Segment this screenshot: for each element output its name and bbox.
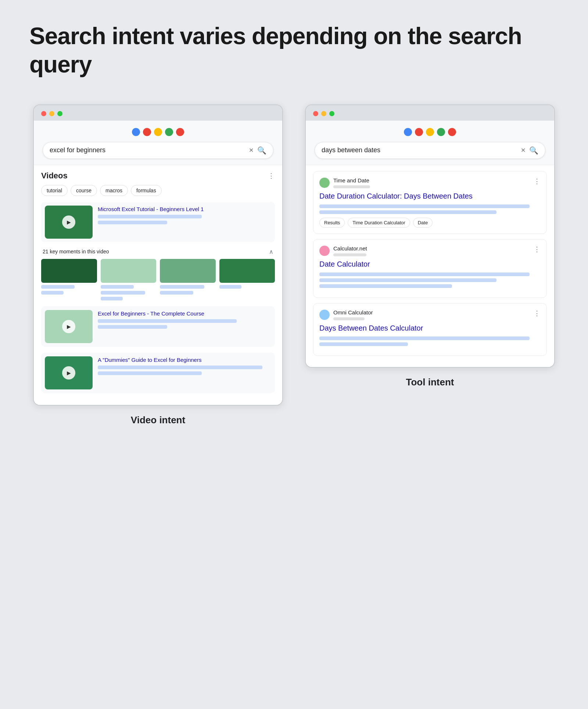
result-dots-menu-1[interactable]: ⋮: [534, 177, 541, 185]
left-dot-red: [41, 111, 46, 116]
right-gdot-red: [415, 128, 423, 136]
tag-course[interactable]: course: [71, 185, 97, 196]
page-title: Search intent varies depending on the se…: [29, 22, 559, 79]
source-line-2: [333, 253, 366, 256]
desc-line-3b: [319, 342, 408, 346]
result-source-3: Omni Calculator: [319, 309, 373, 320]
source-icon-2: [319, 246, 330, 256]
result-tag-date[interactable]: Date: [413, 218, 433, 228]
tag-formulas[interactable]: formulas: [131, 185, 162, 196]
moment-label-4: [219, 285, 242, 289]
right-gdot-yellow: [426, 128, 434, 136]
play-btn-1[interactable]: ▶: [62, 215, 75, 229]
source-name-1: Time and Date: [333, 177, 369, 184]
moment-card-4: [219, 259, 275, 300]
play-btn-3[interactable]: ▶: [62, 366, 75, 380]
result-title-2[interactable]: Date Calculator: [319, 259, 541, 269]
tag-macros[interactable]: macros: [100, 185, 128, 196]
moment-card-2: [101, 259, 157, 300]
left-dot-green: [57, 111, 62, 116]
play-icon-1: ▶: [67, 219, 71, 225]
left-close-icon[interactable]: ✕: [249, 147, 254, 154]
key-moments-text: 21 key moments in this video: [43, 249, 109, 254]
moment-label-2c: [101, 297, 123, 300]
moment-label-1b: [41, 291, 64, 295]
left-google-header: excel for beginners ✕ 🔍: [34, 121, 282, 165]
videos-section-header: Videos ⋮: [41, 171, 275, 181]
left-dot-yellow: [49, 111, 54, 116]
left-search-icon[interactable]: 🔍: [257, 146, 266, 155]
video-title-2[interactable]: Excel for Beginners - The Complete Cours…: [98, 310, 271, 317]
video-info-3: A "Dummies" Guide to Excel for Beginners: [98, 356, 271, 389]
left-browser-wrapper: excel for beginners ✕ 🔍 Videos ⋮ tutoria…: [33, 104, 283, 426]
desc-line-1b: [319, 210, 496, 214]
right-browser-window: days between dates ✕ 🔍 Time and Date: [305, 104, 555, 368]
video-thumb-2: ▶: [45, 310, 93, 343]
moment-card-3: [160, 259, 216, 300]
result-tag-results[interactable]: Results: [319, 218, 345, 228]
left-search-bar[interactable]: excel for beginners ✕ 🔍: [43, 142, 273, 159]
result-card-1: Time and Date ⋮ Date Duration Calculator…: [313, 171, 547, 234]
right-gdot-red2: [448, 128, 456, 136]
left-results-area: Videos ⋮ tutorial course macros formulas…: [34, 165, 282, 405]
desc-line-2a: [319, 272, 530, 276]
right-gdot-blue: [404, 128, 412, 136]
left-google-dots: [132, 128, 184, 136]
video-title-1[interactable]: Microsoft Excel Tutorial - Beginners Lev…: [98, 206, 271, 213]
result-desc-2: [319, 272, 541, 288]
result-title-3[interactable]: Days Between Dates Calculator: [319, 323, 541, 333]
left-browser-window: excel for beginners ✕ 🔍 Videos ⋮ tutoria…: [33, 104, 283, 406]
browsers-container: excel for beginners ✕ 🔍 Videos ⋮ tutoria…: [29, 104, 559, 426]
moment-thumb-1: [41, 259, 97, 283]
moment-label-2b: [101, 291, 145, 295]
moment-thumb-3: [160, 259, 216, 283]
video-item-3: ▶ A "Dummies" Guide to Excel for Beginne…: [41, 353, 275, 393]
result-header-3: Omni Calculator ⋮: [319, 309, 541, 320]
source-line-3: [333, 317, 365, 320]
right-google-header: days between dates ✕ 🔍: [306, 121, 554, 165]
source-name-2: Calculator.net: [333, 245, 367, 252]
right-search-icon[interactable]: 🔍: [529, 146, 538, 155]
result-dots-menu-3[interactable]: ⋮: [534, 309, 541, 317]
result-dots-menu-2[interactable]: ⋮: [534, 245, 541, 253]
video-title-3[interactable]: A "Dummies" Guide to Excel for Beginners: [98, 356, 271, 364]
chevron-up-icon[interactable]: ∧: [269, 248, 273, 255]
right-search-text: days between dates: [322, 146, 517, 154]
result-tags-1: Results Time Duration Calculator Date: [319, 218, 541, 228]
right-google-dots: [404, 128, 456, 136]
play-btn-2[interactable]: ▶: [62, 320, 75, 333]
right-search-bar[interactable]: days between dates ✕ 🔍: [315, 142, 545, 159]
gdot-red2: [176, 128, 184, 136]
right-close-icon[interactable]: ✕: [521, 147, 526, 154]
moment-label-3b: [160, 291, 193, 295]
right-dot-red: [313, 111, 318, 116]
moment-thumb-4: [219, 259, 275, 283]
moment-card-1: [41, 259, 97, 300]
left-intent-label: Video intent: [131, 414, 185, 426]
key-moments-header: 21 key moments in this video ∧: [41, 248, 275, 255]
video-item-1: ▶ Microsoft Excel Tutorial - Beginners L…: [41, 202, 275, 242]
result-title-1[interactable]: Date Duration Calculator: Days Between D…: [319, 191, 541, 201]
video3-meta-2: [98, 371, 202, 375]
source-name-3: Omni Calculator: [333, 309, 373, 316]
result-source-1: Time and Date: [319, 177, 370, 188]
right-titlebar: [306, 105, 554, 121]
key-moments-row: [41, 259, 275, 300]
result-desc-3: [319, 336, 541, 346]
video-meta-1: [98, 215, 202, 218]
result-header-1: Time and Date ⋮: [319, 177, 541, 188]
right-intent-label: Tool intent: [406, 377, 454, 388]
video-info-2: Excel for Beginners - The Complete Cours…: [98, 310, 271, 343]
left-titlebar: [34, 105, 282, 121]
desc-line-1a: [319, 204, 530, 208]
result-tag-timeduration[interactable]: Time Duration Calculator: [348, 218, 410, 228]
desc-line-3a: [319, 336, 530, 340]
video2-meta-2: [98, 325, 167, 329]
result-desc-1: [319, 204, 541, 214]
video-meta-2: [98, 221, 167, 224]
videos-dots-menu[interactable]: ⋮: [268, 172, 275, 180]
tag-tutorial[interactable]: tutorial: [41, 185, 68, 196]
gdot-red: [143, 128, 151, 136]
result-card-3: Omni Calculator ⋮ Days Between Dates Cal…: [313, 303, 547, 356]
video-thumb-3: ▶: [45, 356, 93, 389]
